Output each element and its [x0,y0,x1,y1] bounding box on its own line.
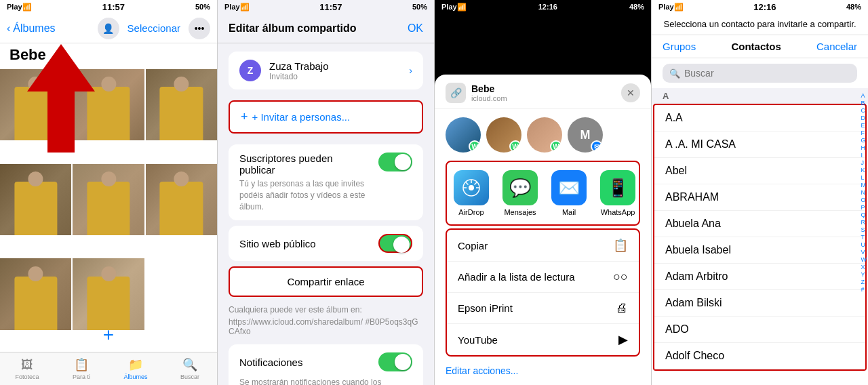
time-4: 12:16 [684,2,846,12]
notifications-toggle[interactable] [378,352,412,371]
mail-button[interactable]: ✉️ Mail [545,167,593,219]
link-desc: Cualquiera puede ver este álbum en: [218,302,434,317]
person-icon: 👤 [102,23,114,34]
photo-cell[interactable] [146,69,217,140]
search-input[interactable] [684,68,850,79]
photo-cell[interactable] [0,258,71,329]
photo-cell[interactable] [0,69,71,140]
contact-adolf-checo[interactable]: Adolf Checo [654,343,865,369]
tab-albumes[interactable]: 📁 Álbumes [108,357,163,380]
copy-label: Copiar [458,240,488,251]
messages-icon: 💬 [502,170,538,205]
messages-button[interactable]: 💬 Mensajes [496,167,545,219]
epson-icon: 🖨 [616,301,628,315]
nav-icons: 👤 Seleccionar ••• [98,18,210,39]
airdrop-button[interactable]: AirDrop [447,167,496,219]
search-icon-btn[interactable]: 👤 [98,18,119,39]
contact-ado[interactable]: ADO [654,317,865,343]
back-chevron-icon: ‹ [7,22,10,35]
album-title: Bebe [0,43,217,69]
invite-people-button[interactable]: + + Invitar a personas... [229,100,423,134]
public-site-label: Sitio web público [239,238,316,249]
whatsapp-badge: W [469,140,481,153]
share-avatars: W W W M ✉ [435,109,651,161]
wifi-icon-4: 📶 [674,3,684,12]
youtube-icon: ▶ [618,332,628,347]
subscribers-publish-row: Suscriptores pueden publicar Tú y las pe… [229,144,423,220]
avatar-4[interactable]: M ✉ [568,117,603,153]
contact-aa[interactable]: A.A [654,105,865,131]
tab-buscar[interactable]: 🔍 Buscar [163,357,217,380]
share-close-button[interactable]: ✕ [621,83,640,102]
contact-abraham[interactable]: ABRAHAM [654,184,865,211]
whatsapp-badge-2: W [509,140,521,153]
tab-grupos[interactable]: Grupos [663,41,696,52]
photo-cell[interactable] [73,69,144,140]
wifi-icon-3: 📶 [457,3,467,12]
more-button[interactable]: ••• [189,18,210,39]
photo-cell[interactable] [73,164,144,235]
edit-actions-button[interactable]: Editar acciones... [446,365,518,376]
time-3: 12:16 [467,3,629,11]
avatar-2[interactable]: W [486,117,521,153]
tab-fototeca[interactable]: 🖼 Fototeca [0,358,54,380]
plus-icon: + [103,324,114,345]
add-photo-button[interactable]: + [103,324,114,346]
airdrop-label: AirDrop [458,208,484,216]
contact-abuela-isabel[interactable]: Abuela Isabel [654,237,865,264]
para-ti-icon: 📋 [74,357,89,372]
whatsapp-badge-3: W [550,140,562,153]
contact-adam-arbitro[interactable]: Adam Arbitro [654,264,865,290]
fototeca-icon: 🖼 [21,358,33,372]
contact-aa-mi-casa[interactable]: A .A. MI CASA [654,131,865,158]
epson-label: Epson iPrint [458,302,513,314]
share-header-left: 🔗 Bebe icloud.com [446,83,507,103]
photo-cell[interactable] [73,258,144,329]
tab-contactos[interactable]: Contactos [731,41,781,52]
contact-abel[interactable]: Abel [654,158,865,184]
cancel-button[interactable]: Cancelar [816,41,857,52]
copy-action[interactable]: Copiar 📋 [447,230,639,262]
notifications-row: Notificaciones [239,352,412,371]
share-info: Bebe icloud.com [471,83,507,102]
subscribers-publish-toggle[interactable] [378,153,412,171]
action-list: Copiar 📋 Añadir a la lista de lectura ○○… [446,228,640,357]
reading-list-action[interactable]: Añadir a la lista de lectura ○○ [447,262,639,293]
select-button[interactable]: Seleccionar [127,22,180,34]
avatar-1[interactable]: W [446,117,481,153]
ok-button[interactable]: OK [408,22,423,35]
reading-list-label: Añadir a la lista de lectura [458,271,575,283]
back-button[interactable]: ‹ Álbumes [7,22,56,35]
photo-cell[interactable] [146,164,217,235]
epson-action[interactable]: Epson iPrint 🖨 [447,293,639,324]
tab-para-ti[interactable]: 📋 Para ti [54,357,108,380]
contact-abuela-ana[interactable]: Abuela Ana [654,211,865,237]
wifi-icon-1: 📶 [22,3,32,12]
subscribers-card: Z Zuza Trabajo Invitado › [229,52,423,89]
share-link-button[interactable]: Compartir enlace [229,266,423,297]
notifications-desc: Se mostrarán notificaciones cuando los s… [239,377,412,385]
buscar-label: Buscar [180,373,199,380]
panel2-header: Editar álbum compartido OK [218,14,434,43]
avatar-3[interactable]: W [527,117,562,153]
messages-badge: ✉ [591,140,603,153]
share-app-row: AirDrop 💬 Mensajes ✉️ Mail 📱 WhatsApp [447,162,639,224]
bottom-tab-bar: 🖼 Fototeca 📋 Para ti 📁 Álbumes 🔍 Buscar [0,352,217,385]
messages-label: Mensajes [504,208,536,216]
contact-adam-bilski[interactable]: Adam Bilski [654,290,865,317]
share-title: Bebe [471,83,507,94]
chevron-icon: › [409,65,412,76]
share-subtitle: icloud.com [471,94,507,102]
albumes-icon: 📁 [128,357,143,372]
public-site-toggle[interactable] [378,234,412,253]
ellipsis-icon: ••• [195,23,205,34]
battery-4: 48% [846,3,861,11]
invite-label: + Invitar a personas... [252,111,351,123]
whatsapp-button[interactable]: 📱 WhatsApp [593,167,639,219]
subscriber-role: Invitado [269,72,409,81]
photo-cell[interactable] [0,164,71,235]
youtube-action[interactable]: YouTube ▶ [447,324,639,355]
status-bar-2: Play 📶 11:57 50% [218,0,434,14]
subscriber-row[interactable]: Z Zuza Trabajo Invitado › [229,52,423,89]
whatsapp-icon: 📱 [600,170,635,205]
